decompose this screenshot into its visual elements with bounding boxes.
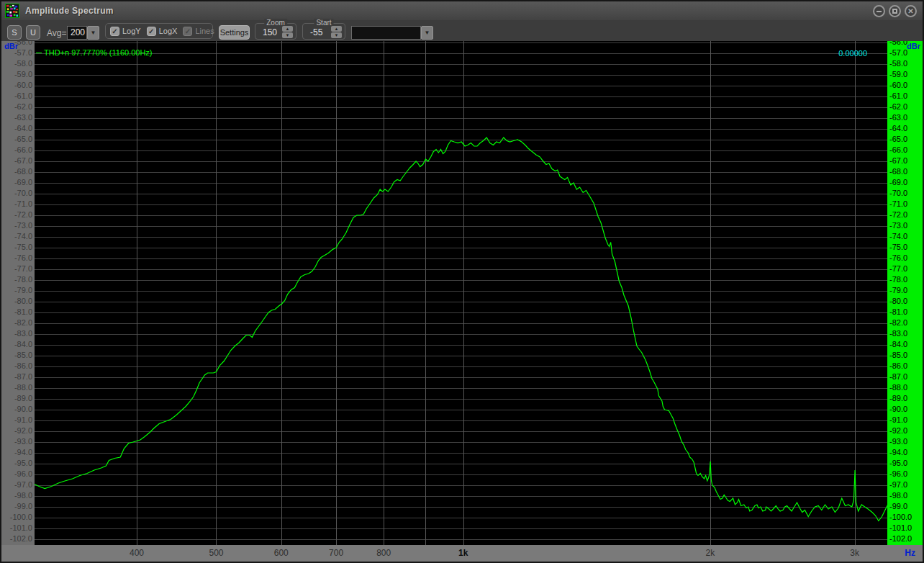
y-tick-label: -85.0	[14, 351, 32, 359]
y-tick-label: -98.0	[889, 491, 907, 500]
y-tick-label: -59.0	[889, 70, 907, 78]
start-up-icon[interactable]: ▲	[331, 26, 342, 32]
y-tick-label: -57.0	[14, 48, 32, 57]
y-tick-label: -84.0	[14, 340, 32, 348]
y-tick-label: -60.0	[889, 81, 907, 89]
y-tick-label: -75.0	[889, 243, 907, 251]
y-tick-label: -100.0	[889, 513, 912, 521]
y-tick-label: -78.0	[889, 275, 907, 284]
y-tick-label: -87.0	[14, 372, 32, 381]
avg-value: 200	[67, 26, 87, 40]
y-tick-label: -66.0	[889, 145, 907, 154]
legend-text: THD+n 97.7770% (1160.00Hz)	[44, 48, 153, 57]
y-tick-label: -100.0	[10, 513, 32, 521]
y-tick-label: -74.0	[14, 232, 32, 240]
logx-checkbox[interactable]: ✓ LogX	[147, 27, 178, 36]
maximize-button[interactable]	[889, 5, 901, 17]
y-tick-label: -92.0	[14, 426, 32, 435]
y-tick-label: -79.0	[889, 286, 907, 294]
y-tick-label: -89.0	[889, 394, 907, 402]
spectrum-curve-canvas	[35, 41, 887, 545]
x-tick-label: 2k	[705, 548, 715, 558]
y-tick-label: -69.0	[14, 178, 32, 186]
title-bar[interactable]: Amplitude Spectrum ✕	[1, 1, 923, 20]
x-tick-label: 600	[274, 548, 289, 558]
y-tick-label: -65.0	[889, 135, 907, 143]
logx-label: LogX	[159, 27, 178, 35]
legend-line-icon	[36, 53, 42, 53]
y-tick-label: -68.0	[889, 167, 907, 176]
y-tick-label: -70.0	[14, 189, 32, 197]
y-tick-label: -66.0	[14, 145, 32, 154]
maximize-icon	[892, 9, 897, 14]
y-tick-label: -61.0	[14, 91, 32, 100]
s-button[interactable]: S	[7, 25, 22, 40]
settings-button[interactable]: Settings	[219, 25, 250, 40]
y-tick-label: -83.0	[889, 329, 907, 338]
y-tick-label: -84.0	[889, 340, 907, 348]
y-tick-label: -102.0	[889, 534, 912, 543]
y-tick-label: -95.0	[14, 459, 32, 467]
y-axis-left: dBr -56.0-57.0-58.0-59.0-60.0-61.0-62.0-…	[1, 41, 35, 545]
y-tick-label: -58.0	[889, 59, 907, 68]
y-tick-label: -60.0	[14, 81, 32, 89]
minimize-button[interactable]	[873, 5, 885, 17]
logy-checkbox[interactable]: ✓ LogY	[110, 27, 141, 36]
start-down-icon[interactable]: ▼	[331, 32, 342, 38]
start-spinner-group: Start -55 ▲ ▼	[302, 23, 345, 40]
y-tick-label: -71.0	[889, 199, 907, 208]
cursor-readout: 0.00000	[838, 49, 867, 58]
y-tick-label: -72.0	[14, 210, 32, 219]
zoom-down-icon[interactable]: ▼	[282, 32, 293, 38]
y-axis-unit-right: dBr	[907, 42, 920, 50]
y-tick-label: -88.0	[889, 383, 907, 392]
y-tick-label: -78.0	[14, 275, 32, 284]
x-tick-label: 3k	[850, 548, 859, 558]
chevron-down-icon[interactable]: ▼	[421, 26, 433, 40]
lines-checkbox: ✓ Lines	[183, 27, 214, 36]
y-tick-label: -75.0	[14, 243, 32, 251]
y-tick-label: -80.0	[14, 297, 32, 305]
preset-value	[351, 26, 421, 40]
y-tick-label: -97.0	[889, 480, 907, 489]
y-tick-label: -82.0	[14, 318, 32, 327]
y-tick-label: -101.0	[10, 523, 32, 532]
spectrum-plot[interactable]: THD+n 97.7770% (1160.00Hz) 0.00000	[35, 41, 887, 545]
y-tick-label: -80.0	[889, 297, 907, 305]
y-tick-label: -85.0	[889, 351, 907, 359]
checkmark-icon: ✓	[183, 27, 192, 36]
y-tick-label: -83.0	[14, 329, 32, 338]
y-tick-label: -76.0	[889, 253, 907, 262]
chevron-down-icon[interactable]: ▼	[87, 26, 99, 40]
x-tick-label: 700	[329, 548, 343, 558]
y-tick-label: -96.0	[889, 469, 907, 478]
app-window: Amplitude Spectrum ✕ S U Avg= 200 ▼ ✓ Lo…	[0, 0, 924, 563]
y-tick-label: -70.0	[889, 189, 907, 197]
close-button[interactable]: ✕	[905, 5, 917, 17]
avg-dropdown[interactable]: 200 ▼	[67, 26, 99, 40]
y-tick-label: -63.0	[14, 113, 32, 122]
y-tick-label: -91.0	[14, 415, 32, 424]
y-tick-label: -65.0	[14, 135, 32, 143]
y-tick-label: -56.0	[889, 41, 907, 46]
y-tick-label: -93.0	[889, 437, 907, 446]
zoom-up-icon[interactable]: ▲	[282, 26, 293, 32]
close-icon: ✕	[907, 7, 913, 15]
zoom-spinner-group: Zoom 150 ▲ ▼	[255, 23, 296, 40]
y-tick-label: -56.0	[14, 41, 32, 46]
x-axis-unit: Hz	[905, 548, 915, 558]
y-tick-label: -90.0	[14, 405, 32, 413]
minimize-icon	[877, 11, 882, 12]
y-tick-label: -98.0	[14, 491, 32, 500]
u-button[interactable]: U	[26, 25, 40, 40]
avg-label: Avg=	[47, 28, 66, 38]
x-axis: Hz 4005006007008001k2k3k	[1, 545, 923, 562]
y-tick-label: -57.0	[889, 48, 907, 57]
y-tick-label: -90.0	[889, 405, 907, 413]
y-tick-label: -99.0	[14, 502, 32, 510]
y-tick-label: -89.0	[14, 394, 32, 402]
preset-dropdown[interactable]: ▼	[351, 26, 433, 40]
y-tick-label: -72.0	[889, 210, 907, 219]
y-tick-label: -61.0	[889, 91, 907, 100]
y-tick-label: -76.0	[14, 253, 32, 262]
